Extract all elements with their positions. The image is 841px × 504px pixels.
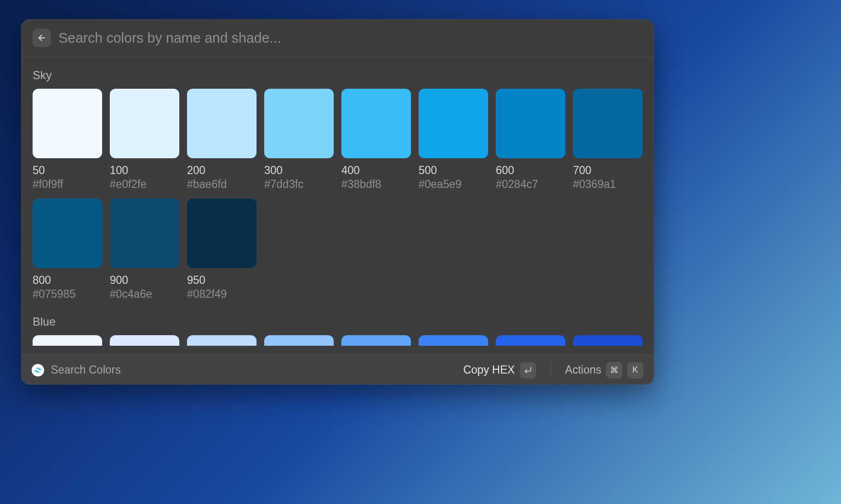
copy-hex-button[interactable]: Copy HEX xyxy=(463,362,536,378)
enter-key-icon xyxy=(520,362,536,378)
swatch-shade-label: 600 xyxy=(496,164,565,177)
swatch-hex-label: #0c4a6e xyxy=(110,288,179,301)
swatch-blue-100[interactable] xyxy=(110,335,179,346)
tailwind-logo-icon xyxy=(32,364,44,376)
swatch-blue-200[interactable] xyxy=(187,335,257,346)
swatch-chip xyxy=(419,89,488,158)
swatch-hex-label: #e0f2fe xyxy=(110,178,179,191)
swatch-shade-label: 50 xyxy=(33,164,102,177)
cmd-key-icon: ⌘ xyxy=(606,362,622,378)
swatch-shade-label: 800 xyxy=(33,274,102,287)
swatch-chip xyxy=(573,89,642,158)
footer: Search Colors Copy HEX Actions ⌘ K xyxy=(21,355,654,385)
footer-app-title: Search Colors xyxy=(51,363,121,376)
swatch-grid-sky: 50#f0f9ff100#e0f2fe200#bae6fd300#7dd3fc4… xyxy=(33,89,642,301)
swatch-blue-50[interactable] xyxy=(33,335,102,346)
swatch-sky-200[interactable]: 200#bae6fd xyxy=(187,89,257,191)
footer-separator xyxy=(550,364,551,376)
swatch-shade-label: 100 xyxy=(110,164,179,177)
swatch-chip xyxy=(33,89,102,158)
swatch-hex-label: #bae6fd xyxy=(187,178,257,191)
swatch-sky-700[interactable]: 700#0369a1 xyxy=(573,89,642,191)
swatch-sky-300[interactable]: 300#7dd3fc xyxy=(264,89,334,191)
swatch-sky-900[interactable]: 900#0c4a6e xyxy=(110,199,179,301)
swatch-shade-label: 950 xyxy=(187,274,257,287)
content-area: Sky 50#f0f9ff100#e0f2fe200#bae6fd300#7dd… xyxy=(21,57,654,355)
swatch-shade-label: 900 xyxy=(110,274,179,287)
swatch-hex-label: #7dd3fc xyxy=(264,178,334,191)
swatch-shade-label: 300 xyxy=(264,164,334,177)
actions-button[interactable]: Actions ⌘ K xyxy=(565,362,643,378)
swatch-shade-label: 400 xyxy=(341,164,411,177)
swatch-chip xyxy=(33,199,102,268)
swatch-shade-label: 200 xyxy=(187,164,257,177)
swatch-chip xyxy=(264,89,334,158)
color-picker-panel: Sky 50#f0f9ff100#e0f2fe200#bae6fd300#7dd… xyxy=(21,19,654,385)
swatch-sky-800[interactable]: 800#075985 xyxy=(33,199,102,301)
swatch-hex-label: #0ea5e9 xyxy=(419,178,488,191)
swatch-sky-100[interactable]: 100#e0f2fe xyxy=(110,89,179,191)
search-input[interactable] xyxy=(58,30,642,46)
actions-label: Actions xyxy=(565,363,601,376)
swatch-blue-400[interactable] xyxy=(341,335,411,346)
swatch-sky-950[interactable]: 950#082f49 xyxy=(187,199,257,301)
swatch-chip xyxy=(110,89,179,158)
swatch-hex-label: #082f49 xyxy=(187,288,257,301)
swatch-sky-500[interactable]: 500#0ea5e9 xyxy=(419,89,488,191)
swatch-hex-label: #0284c7 xyxy=(496,178,565,191)
swatch-chip xyxy=(341,89,411,158)
swatch-blue-700[interactable] xyxy=(573,335,642,346)
swatch-sky-50[interactable]: 50#f0f9ff xyxy=(33,89,102,191)
swatch-chip xyxy=(187,199,257,268)
swatch-shade-label: 500 xyxy=(419,164,488,177)
swatch-hex-label: #f0f9ff xyxy=(33,178,102,191)
swatch-chip xyxy=(496,89,565,158)
arrow-left-icon xyxy=(37,33,47,43)
swatch-blue-300[interactable] xyxy=(264,335,334,346)
search-row xyxy=(21,19,654,57)
swatch-sky-600[interactable]: 600#0284c7 xyxy=(496,89,565,191)
group-label-sky: Sky xyxy=(33,69,642,82)
swatch-chip xyxy=(110,199,179,268)
swatch-sky-400[interactable]: 400#38bdf8 xyxy=(341,89,411,191)
copy-hex-label: Copy HEX xyxy=(463,363,514,376)
swatch-blue-600[interactable] xyxy=(496,335,565,346)
swatch-hex-label: #075985 xyxy=(33,288,102,301)
swatch-hex-label: #38bdf8 xyxy=(341,178,411,191)
group-label-blue: Blue xyxy=(33,315,642,328)
swatch-chip xyxy=(187,89,257,158)
back-button[interactable] xyxy=(33,29,51,47)
swatch-grid-blue-peek xyxy=(33,335,642,346)
swatch-blue-500[interactable] xyxy=(419,335,488,346)
swatch-hex-label: #0369a1 xyxy=(573,178,642,191)
swatch-shade-label: 700 xyxy=(573,164,642,177)
k-key-icon: K xyxy=(627,362,643,378)
